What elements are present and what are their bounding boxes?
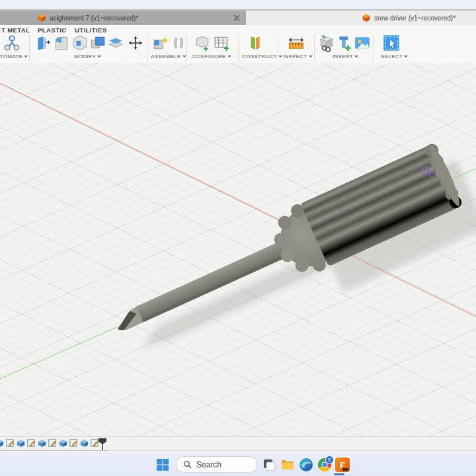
ribbon-separator [238,34,239,61]
start-button[interactable] [154,456,171,473]
timeline-feature-extrude[interactable] [80,439,89,448]
chevron-down-icon [24,56,28,58]
timeline-feature-sketch[interactable] [48,439,57,448]
construct-plane-icon[interactable] [246,34,263,52]
group-label-inspect[interactable]: INSPECT [283,54,313,60]
windows-logo-icon [156,458,169,471]
document-tab-label: asighnment 7 (v1~recovered)* [50,15,138,22]
fusion-360-button[interactable]: F [334,456,351,473]
fusion-badge [342,468,348,471]
move-icon[interactable] [127,34,144,52]
group-label-modify[interactable]: MODIFY [74,54,101,60]
chevron-down-icon [182,56,186,58]
insert-derive-icon[interactable] [319,34,336,52]
chevron-down-icon [227,56,231,58]
automate-icon[interactable] [3,34,21,52]
chrome-button[interactable]: C [316,456,333,473]
task-view-icon [262,458,276,471]
joint-icon[interactable] [171,34,186,52]
search-placeholder: Search [196,460,221,469]
select-icon[interactable] [382,34,401,52]
timeline-feature-extrude[interactable] [17,439,25,448]
chevron-down-icon [97,56,101,58]
ribbon-tab-utilities[interactable]: UTILITIES [75,26,106,34]
timeline-track-active [0,450,107,451]
search-icon [183,460,192,469]
offset-face-icon[interactable] [107,34,124,52]
folder-icon [280,457,295,472]
edge-button[interactable] [298,456,315,473]
timeline-feature-sketch[interactable] [27,439,36,448]
edge-icon [299,457,313,472]
ribbon-tab-sheet-metal[interactable]: T METAL [1,26,30,34]
desktop-top-strip [0,0,476,11]
fusion-360-icon: F [335,457,350,472]
shell-icon[interactable] [71,34,89,52]
press-pull-icon[interactable] [34,34,52,52]
ribbon-toolbar: T METAL PLASTIC UTILITIES TOMATE MO [0,25,476,63]
timeline-bar [0,436,476,453]
new-component-icon[interactable] [152,34,169,52]
group-label-assemble[interactable]: ASSEMBLE [151,54,186,60]
timeline-playhead[interactable] [98,438,107,451]
search-input[interactable]: Search [176,456,258,473]
timeline-feature-extrude[interactable] [38,439,46,448]
chevron-down-icon [404,56,408,58]
task-view-button[interactable] [260,456,278,473]
ribbon-tab-plastic[interactable]: PLASTIC [38,26,66,34]
chevron-down-icon [278,56,282,58]
combine-icon[interactable] [89,34,106,52]
group-label-construct[interactable]: CONSTRUCT [242,54,282,60]
chrome-profile-badge: C [325,456,334,464]
insert-fastener-icon[interactable] [336,34,353,52]
group-label-automate[interactable]: TOMATE [0,54,28,60]
configuration-table-icon[interactable] [213,34,230,52]
document-tab-inactive[interactable]: srew driver (v1~recovered)* [362,11,456,25]
timeline-feature-extrude[interactable] [59,439,67,448]
group-label-configure[interactable]: CONFIGURE [192,54,231,60]
group-label-select[interactable]: SELECT [381,54,408,60]
document-tab-active[interactable]: asighnment 7 (v1~recovered)* [0,11,246,25]
timeline-feature-sketch[interactable] [6,439,15,448]
fusion-document-icon [38,14,46,22]
close-icon[interactable] [233,14,241,22]
document-tab-label: srew driver (v1~recovered)* [374,15,456,22]
ribbon-separator [186,34,187,61]
timeline-features [0,439,99,448]
ribbon-separator [147,34,147,61]
ribbon-separator [29,34,30,61]
measure-icon[interactable] [287,34,305,52]
insert-canvas-icon[interactable] [354,34,371,52]
chevron-down-icon [309,56,313,58]
scene-graphics [0,63,476,436]
timeline-feature-extrude[interactable] [0,439,4,448]
document-tab-bar: asighnment 7 (v1~recovered)* srew driver… [0,11,476,25]
group-label-insert[interactable]: INSERT [333,54,358,60]
active-app-indicator [334,473,344,475]
configure-component-icon[interactable] [194,34,212,52]
windows-taskbar: Search [0,453,476,476]
fillet-icon[interactable] [53,34,70,52]
timeline-feature-sketch[interactable] [69,439,78,448]
ribbon-separator [374,34,374,61]
viewport-3d-canvas[interactable] [0,63,476,436]
fusion-document-icon [362,14,370,22]
file-explorer-button[interactable] [279,456,296,473]
chevron-down-icon [354,56,358,58]
ribbon-separator [314,34,315,61]
